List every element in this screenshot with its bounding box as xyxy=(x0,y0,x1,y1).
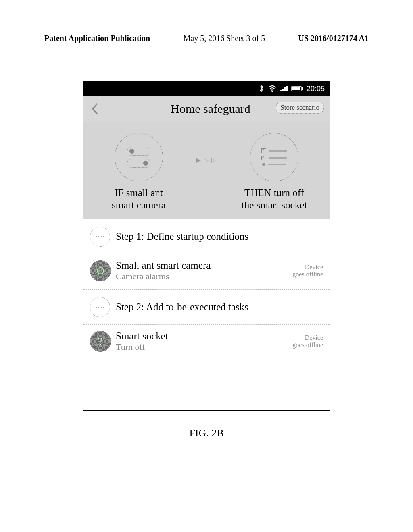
status-time: 20:05 xyxy=(307,85,325,93)
battery-icon xyxy=(291,85,303,92)
svg-rect-7 xyxy=(302,87,303,90)
step2-section: Step 2: Add to-be-executed tasks ? Smart… xyxy=(83,290,330,360)
checklist-icon xyxy=(250,133,298,181)
step1-section: Step 1: Define startup conditions Small … xyxy=(83,219,330,290)
store-scenario-button[interactable]: Store scenario xyxy=(276,102,324,114)
task-device-sub: Turn off xyxy=(116,342,286,352)
scenario-panel: IF small ant smart camera ▶ ▷ ▷ THEN tur… xyxy=(83,122,330,219)
condition-device-title: Small ant smart camera xyxy=(116,260,286,271)
then-label: THEN turn off the smart socket xyxy=(228,187,321,211)
page-header: Patent Application Publication May 5, 20… xyxy=(44,34,369,43)
app-title-bar: Home safeguard Store scenario xyxy=(83,96,330,122)
then-action-block[interactable]: THEN turn off the smart socket xyxy=(228,133,321,211)
condition-device-sub: Camera alarms xyxy=(116,271,286,282)
svg-rect-1 xyxy=(280,90,282,91)
svg-rect-4 xyxy=(286,86,288,91)
svg-rect-3 xyxy=(284,87,286,91)
pub-label: Patent Application Publication xyxy=(44,34,150,43)
task-device-row[interactable]: ? Smart socket Turn off Device goes offl… xyxy=(83,325,330,360)
pub-number: US 2016/0127174 A1 xyxy=(298,34,369,43)
socket-device-icon: ? xyxy=(90,331,111,352)
signal-icon xyxy=(280,85,288,92)
camera-toggle-icon xyxy=(115,133,163,181)
phone-screenshot-frame: 20:05 Home safeguard Store scenario IF s… xyxy=(83,81,330,411)
svg-rect-6 xyxy=(292,87,300,90)
arrow-icon: ▶ ▷ ▷ xyxy=(196,157,217,164)
back-button[interactable] xyxy=(89,101,101,117)
step2-title: Step 2: Add to-be-executed tasks xyxy=(116,301,248,313)
figure-caption: FIG. 2B xyxy=(0,427,413,439)
add-task-button[interactable] xyxy=(90,297,110,317)
camera-device-icon xyxy=(90,260,111,281)
status-bar: 20:05 xyxy=(83,81,330,96)
svg-rect-2 xyxy=(282,89,284,91)
task-device-status: Device goes offline xyxy=(292,334,323,349)
step1-title: Step 1: Define startup conditions xyxy=(116,231,248,242)
wifi-icon xyxy=(268,85,277,92)
bluetooth-icon xyxy=(259,85,265,93)
task-device-title: Smart socket xyxy=(116,330,286,342)
condition-device-status: Device goes offline xyxy=(292,264,323,278)
if-label: IF small ant smart camera xyxy=(92,187,185,211)
add-condition-button[interactable] xyxy=(90,227,110,247)
condition-device-row[interactable]: Small ant smart camera Camera alarms Dev… xyxy=(83,254,330,289)
sheet-label: May 5, 2016 Sheet 3 of 5 xyxy=(184,34,265,43)
if-condition-block[interactable]: IF small ant smart camera xyxy=(92,133,185,211)
svg-point-0 xyxy=(271,91,273,92)
